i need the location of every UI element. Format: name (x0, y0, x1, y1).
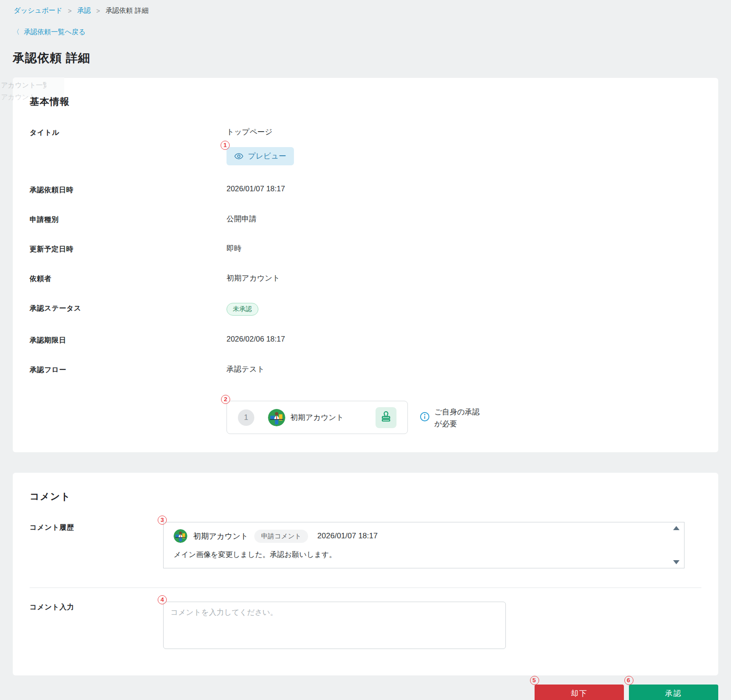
title-value: トップページ (227, 127, 294, 137)
flow-name-value: 承認テスト (227, 364, 483, 374)
stamp-icon (379, 410, 393, 425)
field-label: タイトル (30, 127, 227, 165)
field-row-status: 承認ステータス 未承認 (30, 303, 701, 316)
annotation-2: 2 (221, 395, 230, 404)
field-label: 承認フロー (30, 364, 227, 434)
comment-history-row: コメント履歴 3 (30, 522, 701, 568)
comment-input[interactable] (163, 602, 506, 649)
approve-button[interactable]: 6 承認 (629, 685, 718, 700)
comment-input-label: コメント入力 (30, 602, 163, 649)
field-value: 即時 (227, 244, 242, 254)
field-label: 承認依頼日時 (30, 184, 227, 195)
breadcrumb-separator: > (68, 7, 72, 15)
field-row-title: タイトル トップページ 1 プレビュー (30, 127, 701, 165)
field-value: 2026/01/07 18:17 (227, 184, 285, 195)
reject-button[interactable]: 5 却下 (535, 685, 624, 700)
page-title: 承認依頼 詳細 (13, 50, 731, 66)
flow-step-number: 1 (238, 409, 254, 426)
annotation-4: 4 (158, 595, 167, 604)
flow-step-card: 2 1 (227, 401, 408, 434)
action-bar: 5 却下 6 承認 (13, 685, 718, 700)
basic-info-card: 基本情報 タイトル トップページ 1 プレビュー (13, 78, 718, 452)
breadcrumb-separator: > (96, 7, 100, 15)
approver-avatar (268, 409, 285, 426)
flow-note-text: ご自身の承認が必要 (434, 406, 483, 429)
annotation-3: 3 (158, 516, 167, 525)
ghost-overlay-box (13, 77, 64, 97)
approval-detail-page: アカウント一覧 アカウント一覧 ダッシュボード > 承認 > 承認依頼 詳細 〈… (0, 0, 731, 700)
field-value: 公開申請 (227, 214, 257, 225)
breadcrumb-dashboard[interactable]: ダッシュボード (14, 6, 62, 15)
field-value-block: 承認テスト 2 1 (227, 364, 483, 434)
status-badge: 未承認 (227, 303, 258, 316)
field-label: 依頼者 (30, 273, 227, 284)
flow-note: ご自身の承認が必要 (420, 406, 483, 429)
field-label: 申請種別 (30, 214, 227, 225)
back-to-list-link-top[interactable]: 〈 承認依頼一覧へ戻る (13, 28, 86, 36)
annotation-1: 1 (221, 141, 230, 150)
scroll-up-icon[interactable] (673, 526, 680, 530)
comment-type-tag: 申請コメント (254, 530, 308, 543)
field-label: 更新予定日時 (30, 244, 227, 254)
comments-title: コメント (30, 490, 701, 503)
comment-author-avatar (174, 529, 187, 543)
field-label: 承認期限日 (30, 335, 227, 345)
approve-button-label: 承認 (665, 689, 682, 697)
annotation-5: 5 (530, 676, 539, 685)
approver-name: 初期アカウント (290, 413, 344, 423)
stamp-tile (376, 407, 396, 428)
field-row-request-date: 承認依頼日時 2026/01/07 18:17 (30, 184, 701, 195)
info-icon (420, 412, 430, 424)
comment-entry-header: 初期アカウント 申請コメント 2026/01/07 18:17 (174, 529, 666, 543)
field-value-block: 未承認 (227, 303, 258, 316)
field-row-flow: 承認フロー 承認テスト 2 1 (30, 364, 701, 434)
field-value-block: トップページ 1 プレビュー (227, 127, 294, 165)
comments-card: コメント コメント履歴 3 (13, 473, 718, 675)
back-link-label: 承認依頼一覧へ戻る (24, 28, 86, 36)
field-label: 承認ステータス (30, 303, 227, 316)
annotation-6: 6 (624, 676, 633, 685)
divider (30, 588, 701, 588)
field-value: 初期アカウント (227, 273, 280, 284)
chevron-left-icon: 〈 (13, 28, 20, 36)
eye-icon (234, 153, 243, 160)
breadcrumb-current: 承認依頼 詳細 (105, 6, 148, 15)
comment-author: 初期アカウント (193, 531, 248, 542)
field-row-requester: 依頼者 初期アカウント (30, 273, 701, 284)
field-row-update-schedule: 更新予定日時 即時 (30, 244, 701, 254)
breadcrumb-approval[interactable]: 承認 (77, 6, 91, 15)
breadcrumb: ダッシュボード > 承認 > 承認依頼 詳細 (0, 0, 731, 15)
comment-history-box[interactable]: 初期アカウント 申請コメント 2026/01/07 18:17 メイン画像を変更… (163, 522, 685, 568)
comment-timestamp: 2026/01/07 18:17 (317, 531, 377, 541)
field-value: 2026/02/06 18:17 (227, 335, 285, 345)
reject-button-label: 却下 (571, 689, 588, 697)
comment-history-label: コメント履歴 (30, 522, 163, 568)
preview-button[interactable]: プレビュー (227, 147, 294, 165)
basic-info-title: 基本情報 (30, 95, 701, 108)
scroll-down-icon[interactable] (673, 560, 680, 564)
comment-input-row: コメント入力 4 (30, 602, 701, 649)
field-row-deadline: 承認期限日 2026/02/06 18:17 (30, 335, 701, 345)
field-row-request-type: 申請種別 公開申請 (30, 214, 701, 225)
comment-body: メイン画像を変更しました。承認お願いします。 (174, 550, 666, 560)
preview-button-label: プレビュー (248, 151, 286, 161)
